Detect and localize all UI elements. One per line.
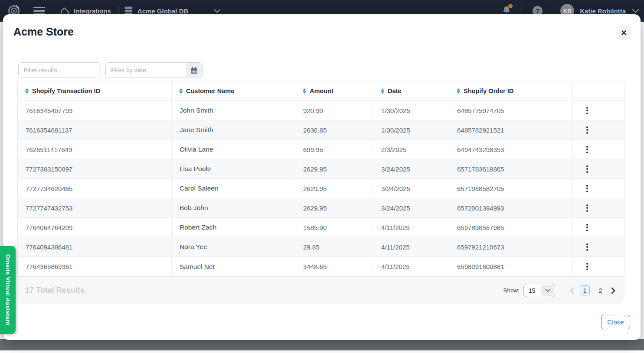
page-title: Acme Store — [13, 26, 74, 38]
cell-order-id: 6598091800881 — [449, 257, 573, 276]
column-header-date[interactable]: Date — [373, 81, 449, 100]
cell-date: 2/3/2025 — [373, 140, 449, 159]
notification-dot — [508, 4, 513, 8]
column-header-actions — [573, 81, 624, 100]
chevron-right-icon[interactable] — [611, 287, 616, 294]
cell-amount: 2629.95 — [295, 179, 373, 198]
cell-amount: 2636.85 — [295, 120, 373, 139]
kebab-menu-icon[interactable] — [585, 105, 590, 116]
table-footer: 17 Total Results Show: 15 1 2 — [17, 277, 624, 304]
cell-date: 3/24/2025 — [373, 179, 449, 198]
virtual-assistant-label: Omeda Virtual Assistant — [5, 254, 11, 326]
transactions-table: Shopify Transaction ID Customer Name Amo… — [17, 81, 624, 304]
cell-customer-name: Olivia Lane — [172, 140, 295, 159]
cell-transaction-id: 7764064764209 — [18, 218, 172, 237]
table-row: 7626511417649 Olivia Lane 699.95 2/3/202… — [18, 140, 624, 159]
cell-date: 3/24/2025 — [373, 159, 449, 178]
cell-customer-name: Samuel Net — [172, 257, 295, 276]
chevron-down-icon — [541, 285, 554, 296]
column-header-transaction-id[interactable]: Shopify Transaction ID — [18, 81, 172, 100]
cell-actions — [573, 218, 624, 237]
cell-order-id: 6485782921521 — [449, 120, 573, 139]
acme-store-modal: Acme Store ✕ Shopify Transaction ID — [3, 14, 641, 340]
cell-amount: 3448.65 — [295, 257, 373, 276]
cell-transaction-id: 7727734620465 — [18, 179, 172, 198]
sort-icon — [303, 88, 306, 94]
chevron-left-icon[interactable] — [569, 287, 574, 294]
table-row: 7764094386481 Nora Yee 29.85 4/11/2025 6… — [18, 237, 624, 257]
table-row: 7616345407793 John Smith 920.90 1/30/202… — [18, 101, 624, 120]
cell-order-id: 6571988582705 — [449, 179, 573, 198]
total-results-label: 17 Total Results — [25, 286, 85, 295]
cell-amount: 699.95 — [295, 140, 373, 159]
column-header-order-id[interactable]: Shopify Order ID — [449, 81, 573, 100]
cell-actions — [573, 237, 624, 256]
cell-customer-name: Carol Saleen — [172, 179, 295, 198]
sort-icon — [179, 88, 183, 94]
kebab-menu-icon[interactable] — [585, 125, 590, 136]
cell-date: 4/11/2025 — [373, 257, 449, 276]
page-button-2[interactable]: 2 — [595, 285, 605, 295]
kebab-menu-icon[interactable] — [585, 222, 590, 233]
cell-customer-name: John Smith — [172, 101, 295, 120]
database-chevron-down-icon[interactable] — [213, 9, 221, 13]
cell-actions — [573, 120, 624, 139]
cell-customer-name: Jane Smith — [172, 120, 295, 139]
table-row: 7764064764209 Robert Zach 1585.90 4/11/2… — [18, 218, 624, 237]
kebab-menu-icon[interactable] — [585, 242, 590, 253]
user-name-label[interactable]: Katie Robilotta — [580, 7, 626, 15]
database-selector-label[interactable]: Acme Global DB — [137, 7, 189, 15]
cell-customer-name: Robert Zach — [172, 218, 295, 237]
cell-date: 4/11/2025 — [373, 237, 449, 256]
cell-date: 1/30/2025 — [373, 101, 449, 120]
cell-order-id: 6597921210673 — [449, 237, 573, 256]
filter-results-input[interactable] — [18, 62, 101, 78]
cell-amount: 29.85 — [295, 237, 373, 256]
table-row: 7727734620465 Carol Saleen 2629.95 3/24/… — [18, 179, 624, 198]
menu-icon[interactable] — [33, 7, 45, 15]
cell-customer-name: Lisa Poole — [172, 159, 295, 178]
cell-order-id: 6597898567985 — [449, 218, 573, 237]
cell-order-id: 6572001394993 — [449, 198, 573, 217]
cell-date: 1/30/2025 — [373, 120, 449, 139]
page-button-1[interactable]: 1 — [580, 285, 590, 295]
close-icon[interactable]: ✕ — [617, 26, 631, 40]
page-size-select[interactable]: 15 — [523, 284, 555, 297]
virtual-assistant-tab[interactable]: Omeda Virtual Assistant — [0, 246, 16, 334]
pagination: 1 2 — [569, 285, 616, 295]
filter-bar — [18, 62, 203, 78]
cell-actions — [573, 140, 624, 159]
table-row: 7764365869361 Samuel Net 3448.65 4/11/20… — [18, 257, 624, 276]
table-row: 7616354681137 Jane Smith 2636.85 1/30/20… — [18, 120, 624, 140]
kebab-menu-icon[interactable] — [585, 183, 590, 194]
page-footer-bar — [0, 339, 644, 350]
cell-date: 3/24/2025 — [373, 198, 449, 217]
title-divider — [13, 53, 630, 53]
cell-transaction-id: 7616354681137 — [18, 120, 172, 139]
kebab-menu-icon[interactable] — [585, 164, 590, 175]
cell-amount: 1585.90 — [295, 218, 373, 237]
kebab-menu-icon[interactable] — [585, 203, 590, 214]
page-size-value: 15 — [524, 287, 541, 294]
cell-order-id: 6571783618865 — [449, 159, 573, 178]
user-chevron-down-icon[interactable] — [632, 9, 639, 13]
cell-order-id: 6485775974705 — [449, 101, 573, 120]
sort-icon — [457, 88, 460, 94]
cell-actions — [573, 179, 624, 198]
calendar-icon[interactable] — [186, 63, 202, 77]
cell-date: 4/11/2025 — [373, 218, 449, 237]
cell-transaction-id: 7764094386481 — [18, 237, 172, 256]
cell-actions — [573, 198, 624, 217]
show-label: Show: — [503, 287, 520, 294]
cell-amount: 920.90 — [295, 101, 373, 120]
integrations-label[interactable]: Integrations — [74, 7, 111, 15]
close-button[interactable]: Close — [601, 315, 630, 329]
cell-transaction-id: 7727747432753 — [18, 198, 172, 217]
kebab-menu-icon[interactable] — [585, 261, 590, 272]
column-header-customer-name[interactable]: Customer Name — [172, 81, 295, 100]
table-row: 7727747432753 Bob John 2629.95 3/24/2025… — [18, 198, 624, 218]
cell-amount: 2629.95 — [295, 159, 373, 178]
column-header-amount[interactable]: Amount — [295, 81, 373, 100]
kebab-menu-icon[interactable] — [585, 144, 590, 155]
cell-actions — [573, 257, 624, 276]
